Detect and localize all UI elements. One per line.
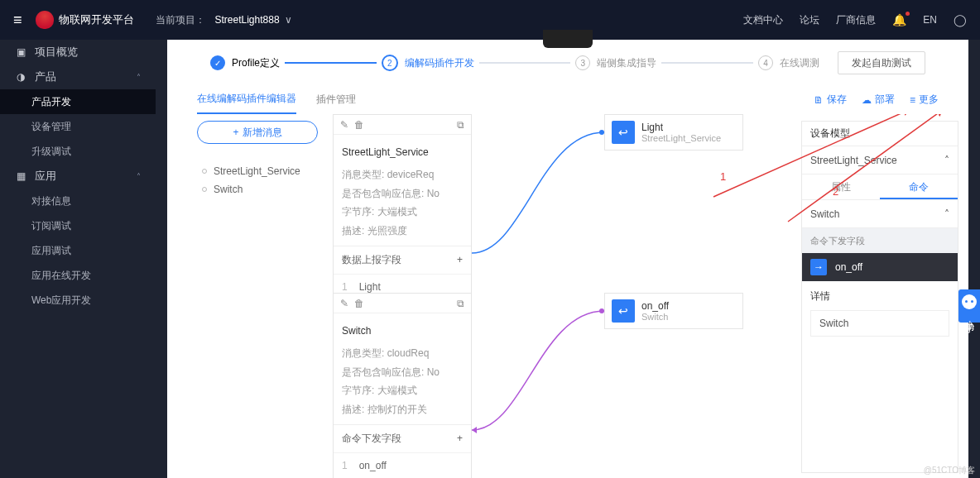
sidebar-item-product[interactable]: ◑产品˄ — [0, 65, 156, 89]
nav-docs[interactable]: 文档中心 — [743, 13, 783, 27]
tree-node-switch[interactable]: Switch — [197, 180, 318, 198]
chevron-down-icon: ∨ — [285, 14, 292, 26]
device-model-panel: 设备模型 StreetLight_Service˄ 属性 命令 Switch˄ … — [801, 121, 958, 473]
arrow-left-icon: ↩ — [612, 121, 635, 144]
arrow-right-icon: → — [810, 259, 827, 275]
tree-node-streetlight[interactable]: StreetLight_Service — [197, 162, 318, 180]
lang-switch[interactable]: EN — [923, 14, 937, 26]
panel-title: 设备模型 — [802, 122, 958, 146]
more-button[interactable]: ≡更多 — [910, 93, 939, 107]
section-label: 命令下发字段 — [342, 432, 401, 446]
check-icon: ✓ — [210, 55, 225, 70]
app-icon: ▦ — [15, 170, 26, 182]
copy-icon[interactable]: ⧉ — [457, 298, 464, 309]
sidebar-item-device-mgmt[interactable]: 设备管理 — [0, 114, 156, 139]
deploy-icon: ☁ — [862, 94, 872, 106]
project-label: 当前项目： — [156, 13, 205, 27]
add-message-button[interactable]: +新增消息 — [197, 121, 318, 144]
self-test-button[interactable]: 发起自助测试 — [838, 51, 925, 74]
save-button[interactable]: 🗎保存 — [814, 93, 847, 107]
tab-codec-editor[interactable]: 在线编解码插件编辑器 — [197, 86, 296, 114]
sidebar-item-overview[interactable]: ▣项目概览 — [0, 40, 156, 65]
bell-icon[interactable]: 🔔 — [892, 13, 906, 26]
edit-icon[interactable]: ✎ — [340, 298, 348, 309]
delete-icon[interactable]: 🗑 — [354, 298, 364, 309]
bullet-icon — [202, 187, 207, 192]
chevron-up-icon: ˄ — [944, 155, 949, 166]
assistant-button[interactable]: 小助手 — [958, 289, 980, 323]
sidebar-item-web-app-dev[interactable]: Web应用开发 — [0, 288, 156, 313]
chevron-up-icon: ˄ — [137, 73, 141, 82]
step-codec[interactable]: 2编解码插件开发 — [382, 55, 474, 71]
plus-icon[interactable]: + — [457, 433, 463, 444]
command-field-onoff[interactable]: →on_off — [802, 253, 958, 281]
bullet-icon — [202, 169, 207, 174]
project-name: StreetLight888 — [215, 14, 280, 26]
edit-icon[interactable]: ✎ — [340, 119, 348, 131]
accordion-streetlight[interactable]: StreetLight_Service˄ — [802, 146, 958, 174]
sidebar-item-product-dev[interactable]: 产品开发 — [0, 89, 156, 114]
nav-vendor[interactable]: 厂商信息 — [836, 13, 876, 27]
nav-forum[interactable]: 论坛 — [800, 13, 819, 27]
sidebar-item-upgrade-debug[interactable]: 升级调试 — [0, 139, 156, 164]
delete-icon[interactable]: 🗑 — [354, 119, 364, 131]
message-card-switch: ✎ 🗑 ⧉ Switch 消息类型: cloudReq 是否包含响应信息: No… — [333, 293, 472, 478]
step-profile[interactable]: ✓Profile定义 — [210, 55, 280, 70]
chevron-up-icon: ˄ — [137, 172, 141, 181]
brand-logo: 物联网开发平台 — [36, 11, 134, 29]
overview-icon: ▣ — [15, 46, 26, 58]
deploy-button[interactable]: ☁部署 — [862, 93, 895, 107]
detail-heading: 详情 — [810, 289, 949, 304]
tab-attributes[interactable]: 属性 — [802, 174, 880, 199]
copy-icon[interactable]: ⧉ — [457, 119, 464, 131]
card-title: Switch — [342, 322, 463, 341]
sidebar-item-app[interactable]: ▦应用˄ — [0, 164, 156, 189]
sidebar-item-app-online-dev[interactable]: 应用在线开发 — [0, 263, 156, 288]
sidebar-item-sub-debug[interactable]: 订阅调试 — [0, 213, 156, 238]
huawei-logo-icon — [36, 11, 54, 29]
message-card-streetlight: ✎ 🗑 ⧉ StreetLight_Service 消息类型: deviceRe… — [333, 114, 472, 300]
tab-commands[interactable]: 命令 — [880, 174, 958, 199]
arrow-left-icon: ↩ — [612, 299, 635, 323]
plus-icon[interactable]: + — [457, 254, 463, 265]
section-label: 数据上报字段 — [342, 253, 401, 267]
step-online-test[interactable]: 4在线调测 — [758, 55, 819, 70]
user-icon[interactable]: ◯ — [954, 13, 967, 26]
plus-icon: + — [233, 127, 238, 138]
detail-value: Switch — [810, 310, 949, 337]
service-card-onoff[interactable]: ↩ on_offSwitch — [604, 293, 743, 329]
card-title: StreetLight_Service — [342, 143, 463, 162]
sidebar-item-docking[interactable]: 对接信息 — [0, 189, 156, 213]
save-icon: 🗎 — [814, 94, 824, 106]
service-card-light[interactable]: ↩ LightStreetLight_Service — [604, 114, 743, 151]
tab-plugin-mgmt[interactable]: 插件管理 — [316, 86, 356, 114]
hamburger-icon[interactable]: ≡ — [13, 12, 22, 29]
assistant-face-icon — [962, 294, 977, 309]
step-integration[interactable]: 3端侧集成指导 — [575, 55, 656, 70]
product-icon: ◑ — [15, 71, 26, 83]
field-row[interactable]: 1on_off — [334, 452, 471, 478]
accordion-switch[interactable]: Switch˄ — [802, 200, 958, 228]
section-label: 命令下发字段 — [802, 228, 958, 253]
project-selector[interactable]: 当前项目： StreetLight888 ∨ — [156, 13, 292, 27]
more-icon: ≡ — [910, 94, 915, 106]
annotation-1: 1 — [720, 170, 726, 183]
platform-title: 物联网开发平台 — [59, 12, 134, 27]
chevron-up-icon: ˄ — [944, 208, 949, 220]
sidebar-item-app-debug[interactable]: 应用调试 — [0, 238, 156, 263]
